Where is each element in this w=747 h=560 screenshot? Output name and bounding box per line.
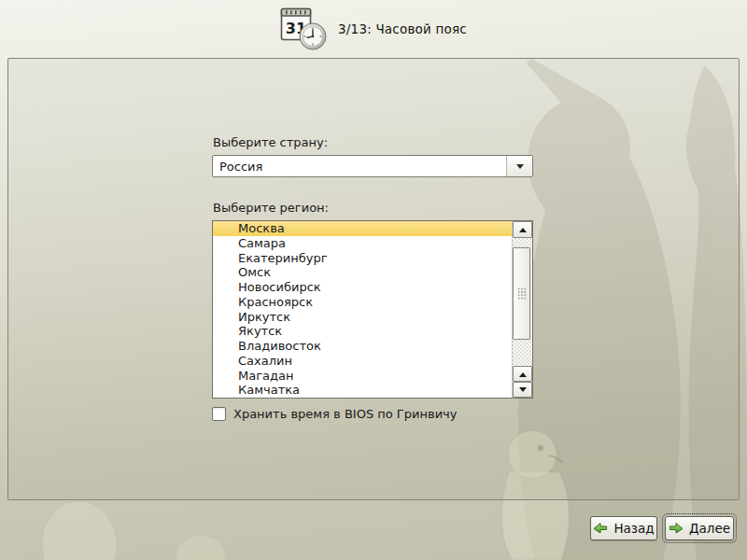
region-list-item[interactable]: Самара <box>213 236 512 251</box>
region-list-item[interactable]: Якутск <box>213 324 512 339</box>
bios-gmt-label: Хранить время в BIOS по Гринвичу <box>233 407 457 421</box>
region-list-item[interactable]: Иркутск <box>213 310 512 325</box>
region-list-item[interactable]: Камчатка <box>213 383 512 398</box>
region-list-item[interactable]: Екатеринбург <box>213 251 512 266</box>
scrollbar-thumb[interactable] <box>513 247 530 340</box>
arrow-up-icon <box>519 224 527 232</box>
region-list-item[interactable]: Владивосток <box>213 339 512 354</box>
bios-gmt-option: Хранить время в BIOS по Гринвичу <box>212 407 457 421</box>
arrow-left-icon <box>593 522 608 536</box>
region-list: МоскваСамараЕкатеринбургОмскНовосибирскК… <box>213 221 512 398</box>
wizard-header: 31 3/13: Часовой пояс <box>0 0 747 58</box>
region-list-item[interactable]: Новосибирск <box>213 280 512 295</box>
scrollbar-trough[interactable] <box>513 238 532 366</box>
region-list-item[interactable]: Москва <box>213 221 512 236</box>
region-list-item[interactable]: Красноярск <box>213 295 512 310</box>
scroll-up-button[interactable] <box>513 221 532 238</box>
next-button-label: Далее <box>689 521 730 536</box>
next-button[interactable]: Далее <box>665 516 734 540</box>
bios-gmt-checkbox[interactable] <box>212 407 226 421</box>
back-button-label: Назад <box>613 521 654 536</box>
calendar-clock-icon: 31 <box>280 6 329 52</box>
scroll-down-button[interactable] <box>513 382 532 398</box>
arrow-up-icon <box>519 369 527 377</box>
country-dropdown-value: Россия <box>213 156 506 176</box>
region-list-item[interactable]: Сахалин <box>213 354 512 369</box>
chevron-down-icon <box>516 164 524 173</box>
page-title: 3/13: Часовой пояс <box>338 21 467 36</box>
region-list-item[interactable]: Омск <box>213 265 512 280</box>
back-button[interactable]: Назад <box>590 516 657 540</box>
region-listbox[interactable]: МоскваСамараЕкатеринбургОмскНовосибирскК… <box>212 220 533 399</box>
scrollbar-grip <box>517 287 527 300</box>
scroll-up-button-secondary[interactable] <box>513 366 532 382</box>
region-list-item[interactable]: Магадан <box>213 369 512 384</box>
country-label: Выберите страну: <box>213 135 328 149</box>
arrow-down-icon <box>519 387 527 396</box>
region-list-scrollbar[interactable] <box>512 221 532 398</box>
country-dropdown-button[interactable] <box>506 156 532 176</box>
arrow-right-icon <box>669 522 684 536</box>
region-label: Выберите регион: <box>213 201 329 215</box>
country-dropdown[interactable]: Россия <box>212 155 533 177</box>
